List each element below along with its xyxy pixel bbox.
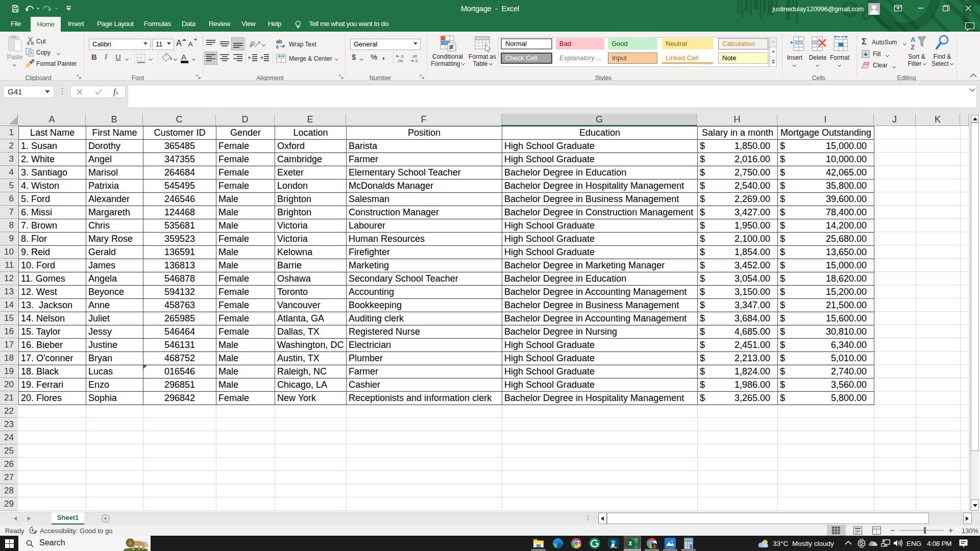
svg-text:.00: .00 [411, 54, 418, 59]
svg-text:≠: ≠ [449, 42, 454, 51]
svg-text:.00: .00 [397, 59, 403, 63]
svg-text:c: c [276, 44, 279, 49]
svg-text:ab: ab [250, 39, 257, 49]
svg-text:Z: Z [911, 43, 915, 51]
svg-text:A: A [911, 36, 916, 43]
